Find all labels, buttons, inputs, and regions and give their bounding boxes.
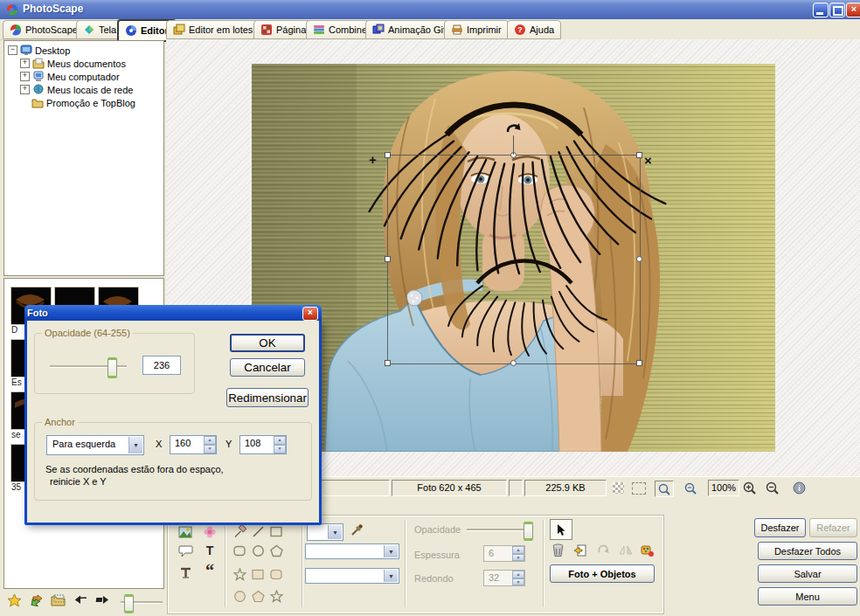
ok-button[interactable]: OK [230, 334, 305, 352]
color-select-2[interactable]: ▼ [305, 568, 399, 584]
save-button[interactable]: Salvar [758, 564, 857, 583]
rounded-rectangle-tool[interactable] [232, 543, 247, 558]
spin-down-icon[interactable]: ▼ [512, 578, 524, 586]
zoom-out-icon[interactable] [763, 481, 780, 495]
insert-clipart-tool[interactable] [202, 524, 218, 539]
redo-button[interactable]: Refazer [809, 518, 857, 537]
pentagon-tool[interactable] [268, 543, 284, 558]
spin-up-icon[interactable]: ▲ [512, 571, 524, 578]
flip-object-tool[interactable] [618, 543, 634, 557]
foto-dialog-close-button[interactable]: × [302, 307, 318, 321]
selection-handle-sw[interactable] [385, 360, 391, 366]
selection-handle-e[interactable] [636, 256, 642, 262]
circle-tool[interactable] [250, 543, 266, 558]
photo-objects-button[interactable]: Foto + Objetos [550, 564, 655, 583]
restore-button[interactable] [829, 3, 845, 17]
spin-up-icon[interactable]: ▲ [512, 546, 524, 554]
spin-up-icon[interactable]: ▲ [204, 436, 216, 445]
tree-item-promocao-topblog[interactable]: Promoção e TopBlog [31, 96, 135, 109]
x-stepper[interactable]: 160 ▲▼ [170, 435, 217, 454]
selection-handle-se[interactable] [636, 360, 642, 366]
expand-icon[interactable]: + [20, 72, 30, 81]
folder-view-icon[interactable] [51, 593, 66, 609]
select-cursor-button[interactable] [550, 519, 572, 540]
resize-button[interactable]: Redimensionar [226, 388, 309, 407]
filled-rectangle-tool[interactable] [250, 567, 266, 582]
chevron-down-icon[interactable]: ▼ [384, 570, 398, 582]
line-tool[interactable] [250, 524, 266, 539]
delete-object-icon[interactable]: × [644, 155, 652, 167]
back-arrow-icon[interactable] [73, 593, 89, 609]
tab-combine[interactable]: Combine [306, 20, 374, 39]
quote-tool[interactable]: “ [202, 564, 218, 578]
tab-editor-em-lotes[interactable]: Editor em lotes [166, 20, 260, 39]
filled-circle-tool[interactable] [232, 589, 247, 604]
spin-down-icon[interactable]: ▼ [274, 445, 286, 453]
tree-item-desktop[interactable]: − Desktop [8, 44, 70, 57]
tab-ajuda[interactable]: ? Ajuda [507, 20, 561, 39]
line-style-select[interactable]: ▼ [307, 523, 343, 541]
round-stepper[interactable]: 32 ▲▼ [483, 570, 525, 586]
filter-tool[interactable] [177, 565, 193, 580]
move-object-icon[interactable]: + [369, 154, 377, 166]
star-tool[interactable] [268, 589, 284, 604]
foto-dialog-title-bar[interactable]: Foto × [24, 305, 322, 321]
rotate-object-tool[interactable] [595, 543, 611, 557]
transparency-checker-icon[interactable] [609, 481, 627, 495]
object-selection-box[interactable] [387, 155, 641, 364]
color-select-1[interactable]: ▼ [305, 543, 399, 559]
thumbnail-size-slider-thumb[interactable] [124, 594, 134, 613]
tab-animacao-gif[interactable]: Animação Gif [365, 20, 453, 39]
delete-object-tool[interactable] [550, 543, 565, 557]
star-outline-tool[interactable] [232, 567, 247, 582]
opacity-slider-track[interactable] [467, 529, 531, 531]
tree-item-meu-computador[interactable]: + Meu computador [20, 70, 120, 83]
spin-down-icon[interactable]: ▼ [204, 445, 216, 453]
filled-rounded-rectangle-tool[interactable] [268, 567, 284, 582]
insert-image-tool[interactable] [177, 524, 193, 539]
tab-pagina[interactable]: Página [253, 20, 313, 39]
zoom-fit-icon[interactable] [682, 481, 699, 495]
favorites-star-icon[interactable] [7, 593, 23, 609]
eyedropper-icon[interactable] [349, 523, 364, 537]
opacity-slider-thumb[interactable] [524, 522, 533, 541]
info-icon[interactable]: i [790, 481, 808, 495]
dialog-opacity-slider-thumb[interactable] [108, 357, 117, 378]
minimize-button[interactable] [813, 3, 829, 17]
spin-up-icon[interactable]: ▲ [274, 436, 286, 445]
refresh-arrows-icon[interactable] [29, 593, 45, 609]
forward-arrow-icon[interactable] [95, 593, 111, 609]
undo-button[interactable]: Desfazer [754, 518, 806, 537]
selection-handle-ne[interactable] [636, 152, 642, 158]
anchor-select[interactable]: Para esquerda ▼ [46, 435, 144, 455]
tree-item-meus-locais-de-rede[interactable]: + Meus locais de rede [20, 83, 133, 96]
chevron-down-icon[interactable]: ▼ [384, 545, 398, 557]
selection-handle-w[interactable] [385, 256, 391, 262]
opacity-value-input[interactable]: 236 [142, 356, 181, 375]
speech-bubble-tool[interactable] [177, 543, 193, 558]
expand-icon[interactable]: + [20, 85, 30, 94]
fit-screen-icon[interactable] [630, 481, 648, 495]
color-palette-tool[interactable] [639, 543, 655, 557]
undo-all-button[interactable]: Desfazer Todos [758, 542, 857, 560]
spin-down-icon[interactable]: ▼ [512, 554, 524, 562]
close-button[interactable]: × [846, 3, 860, 17]
tab-photoscape[interactable]: PhotoScape [3, 20, 85, 39]
tree-item-meus-documentos[interactable]: + Meus documentos [20, 57, 126, 70]
cancel-button[interactable]: Cancelar [230, 358, 305, 377]
chevron-down-icon[interactable]: ▼ [128, 437, 142, 453]
chevron-down-icon[interactable]: ▼ [328, 525, 342, 539]
y-stepper[interactable]: 108 ▲▼ [239, 435, 287, 454]
text-tool[interactable]: T [202, 543, 218, 557]
zoom-in-icon[interactable] [740, 481, 758, 495]
menu-button[interactable]: Menu [758, 587, 857, 606]
tab-imprimir[interactable]: Imprimir [444, 20, 509, 39]
rectangle-tool[interactable] [268, 524, 284, 539]
export-object-tool[interactable] [572, 543, 588, 557]
rotate-handle-icon[interactable] [505, 120, 522, 135]
collapse-icon[interactable]: − [8, 45, 17, 55]
expand-icon[interactable]: + [20, 59, 30, 68]
selection-handle-nw[interactable] [385, 152, 391, 158]
filled-pentagon-tool[interactable] [250, 589, 266, 604]
eraser-tool[interactable] [232, 524, 247, 539]
